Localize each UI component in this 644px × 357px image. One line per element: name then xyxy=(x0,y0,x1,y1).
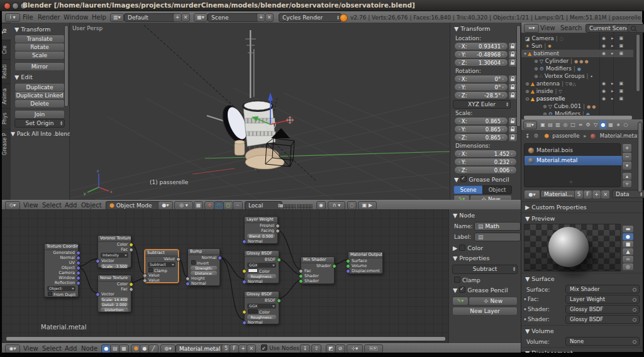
browse-material-icon[interactable]: ●▾ xyxy=(524,190,540,199)
outliner-display-dropdown[interactable]: Current Scene▲▼ xyxy=(586,24,632,33)
add-scene-button[interactable]: + xyxy=(257,13,265,22)
socket-icon[interactable] xyxy=(76,276,80,280)
proportional-edit-icon[interactable]: ◌ xyxy=(347,201,357,210)
dimensions-y-field[interactable]: ‹Y:0.232› xyxy=(454,158,517,166)
tool-shelf-scrollbar[interactable] xyxy=(64,25,69,107)
info-editor-type-icon[interactable]: i ▾ xyxy=(5,13,20,22)
tab-render-layers-icon[interactable]: ▤ xyxy=(547,121,554,129)
node-panel-header[interactable]: ▼ Node xyxy=(453,212,475,219)
restrict-icons-batiment[interactable]: ◉▸▣ xyxy=(602,50,629,57)
material-slot-bois[interactable]: Material.bois xyxy=(525,146,623,155)
tab-texture-icon[interactable]: ▦ xyxy=(607,121,614,129)
tab-object-icon[interactable]: □ xyxy=(569,121,577,129)
mirror-button[interactable]: Mirror xyxy=(14,62,65,71)
render-result-icon[interactable]: ◩ xyxy=(326,344,336,353)
noise-detail-field[interactable]: Detail: 2.000 xyxy=(101,302,128,307)
node-editor-h-scrollbar[interactable] xyxy=(6,336,446,341)
join-button[interactable]: Join xyxy=(14,110,65,119)
view-menu[interactable]: View xyxy=(23,200,38,210)
tab-relations[interactable]: Relati xyxy=(2,59,11,84)
snap-dropdown[interactable]: ⊹▾ xyxy=(347,344,363,353)
delete-button[interactable]: Delete xyxy=(14,99,65,108)
volume-panel-header[interactable]: ▼ Volume xyxy=(525,327,554,334)
node-texture-coordinate[interactable]: Texture Coordinate Generated Normal UV O… xyxy=(44,243,79,297)
object-selector[interactable]: Object: xyxy=(47,286,75,291)
screen-layout-field[interactable]: Default xyxy=(124,13,179,22)
select-menu[interactable]: Select xyxy=(42,200,62,210)
select-menu[interactable]: Select xyxy=(42,344,62,353)
gp-panel-header[interactable]: ▼ Grease Pencil xyxy=(453,287,508,294)
color-swatch[interactable] xyxy=(248,309,258,314)
gp-draw-icon[interactable]: ✎▾ xyxy=(452,297,469,305)
list-resize-grip[interactable]: ＝ xyxy=(569,178,574,185)
node-menu[interactable]: Node xyxy=(81,344,97,353)
socket-icon[interactable] xyxy=(346,269,350,273)
expand-icon[interactable]: ⊕ xyxy=(534,66,538,72)
duplicate-button[interactable]: Duplicate xyxy=(14,83,65,92)
socket-icon[interactable] xyxy=(129,282,133,287)
location-y-field[interactable]: ‹Y:-0.48968› xyxy=(454,50,508,58)
viewport-canvas[interactable]: xyz User Persp (1) passerelle xyxy=(70,23,450,200)
add-menu[interactable]: Add xyxy=(65,344,77,353)
node-bump[interactable]: Bump Normal Invert Strength: 0.355 Dista… xyxy=(187,248,220,286)
location-z-field[interactable]: ‹Z:1.30604› xyxy=(454,58,508,67)
socket-icon[interactable] xyxy=(186,277,190,281)
outliner-row-passerelle[interactable]: ⊖▲passerelle xyxy=(525,95,565,102)
properties-editor-type-icon[interactable]: ▤▾ xyxy=(523,121,537,129)
location-x-field[interactable]: ‹X:0.93431› xyxy=(454,42,508,50)
shading-dropdown[interactable]: ●▾ xyxy=(158,201,173,210)
breadcrumb-object[interactable]: passerelle xyxy=(552,133,579,139)
backdrop-icon[interactable]: ⊘ xyxy=(335,344,345,353)
outliner-row-cube001[interactable]: ⊕▽Cube.001 | ● ● xyxy=(543,102,596,110)
layers-widget[interactable] xyxy=(280,202,313,209)
rotation-order-dropdown[interactable]: XYZ Euler▲▼ xyxy=(453,100,511,109)
socket-icon[interactable] xyxy=(76,271,80,275)
node-material-output[interactable]: Material Output Surface Volume Displacem… xyxy=(348,251,383,274)
voronoi-mode-dropdown[interactable]: Intensity xyxy=(101,253,128,258)
socket-icon[interactable] xyxy=(129,287,133,292)
render-engine-dropdown[interactable]: Cycles Render▲▼ xyxy=(279,13,341,22)
socket-icon[interactable] xyxy=(129,248,133,252)
scale-z-field[interactable]: ‹Z:0.865› xyxy=(454,133,508,141)
snap-magnet-dropdown[interactable]: ∩ ▾ xyxy=(328,201,345,210)
socket-icon[interactable] xyxy=(275,224,280,228)
socket-icon[interactable] xyxy=(346,259,350,263)
tab-tools[interactable]: To xyxy=(2,23,11,40)
duplicate-linked-button[interactable]: Duplicate Linked xyxy=(14,91,65,100)
glossy-distribution-dropdown[interactable]: GGX xyxy=(247,304,276,309)
menu-file[interactable]: File xyxy=(23,13,33,22)
parent-node-tree-icon[interactable]: ⇧ xyxy=(311,344,321,353)
lock-to-scene-icon[interactable]: ◉ xyxy=(316,201,326,210)
gp-checkbox[interactable] xyxy=(459,287,465,293)
socket-icon[interactable] xyxy=(346,264,350,268)
transform-npanel-header[interactable]: ▼ Transform xyxy=(454,25,491,32)
outliner-editor-type-icon[interactable]: ≡▾ xyxy=(524,24,539,33)
outliner-row-sun[interactable]: ☀Sun | ✺ xyxy=(525,42,552,50)
outliner-search-field[interactable] xyxy=(627,24,644,33)
bump-distance-field[interactable]: Distance: 0.100 xyxy=(191,271,217,275)
socket-icon[interactable] xyxy=(299,274,303,278)
material-name-field[interactable]: Material.metal xyxy=(175,344,228,353)
outliner-row-batiment[interactable]: ▾▲batiment xyxy=(524,50,559,57)
tab-scene-icon[interactable]: ▥ xyxy=(554,121,562,129)
material-browse-icon[interactable]: ◍▾ xyxy=(160,344,175,353)
outliner-row-cylinder[interactable]: ⊕▽Cylinder | ● ● ● xyxy=(534,57,589,65)
new-material-button[interactable]: + xyxy=(592,190,601,199)
tab-physics[interactable]: Phys xyxy=(2,108,11,129)
delete-scene-button[interactable]: × xyxy=(265,13,274,22)
socket-icon[interactable] xyxy=(242,321,247,325)
outliner-row-modifiers[interactable]: ⊕⚙Modifiers | ● xyxy=(534,65,581,72)
fake-user-button[interactable]: F xyxy=(230,344,239,353)
view-menu[interactable]: View xyxy=(23,344,38,353)
node-layer-weight[interactable]: Layer Weight Fresnel Facing Blend: 0.500… xyxy=(244,216,278,244)
node-voronoi-texture[interactable]: Voronoi Texture Color Fac Intensity Vect… xyxy=(97,235,131,268)
restrict-icons-antenna[interactable]: ◉▸▣ xyxy=(602,80,629,87)
socket-icon[interactable] xyxy=(218,256,222,260)
object-menu[interactable]: Object xyxy=(81,200,102,210)
minimize-window-icon[interactable] xyxy=(12,3,19,9)
grease-pencil-panel-header[interactable]: ▼ Grease Pencil xyxy=(454,176,509,183)
screen-layout-icon[interactable]: ▥▾ xyxy=(110,13,124,22)
move-slot-down-icon[interactable]: ▿ xyxy=(622,180,632,188)
collapse-icon[interactable]: ⊖ xyxy=(525,96,530,102)
add-layout-button[interactable]: + xyxy=(173,13,182,22)
